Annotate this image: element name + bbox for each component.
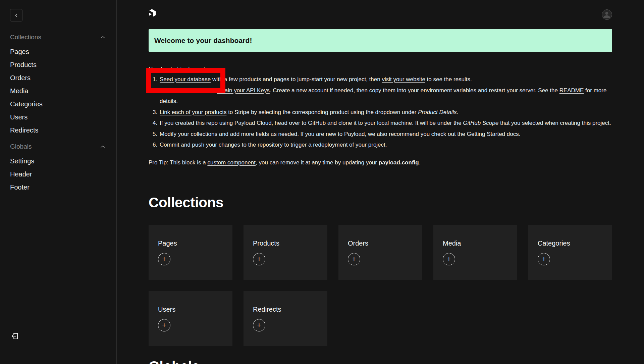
- sidebar-item-categories[interactable]: Categories: [10, 101, 105, 107]
- step-text: that you selected when creating this pro…: [498, 120, 611, 126]
- collections-cards: Pages + Products + Orders + Media + Cate…: [149, 225, 612, 346]
- card-label: Pages: [158, 240, 223, 247]
- welcome-banner-text: Welcome to your dashboard!: [154, 37, 252, 45]
- sidebar-item-products[interactable]: Products: [10, 61, 105, 68]
- step-text: Modify your: [160, 131, 191, 137]
- step-text: to see the results.: [425, 76, 472, 83]
- sidebar-item-users[interactable]: Users: [10, 114, 105, 120]
- step-5: Modify your collections and add more fie…: [159, 129, 612, 140]
- main-content: Welcome to your dashboard! Here's what t…: [117, 0, 644, 364]
- api-keys-link[interactable]: obtain your API Keys: [217, 87, 270, 94]
- step-text: Head over to Stripe to: [160, 87, 217, 94]
- collections-group-header[interactable]: Collections: [10, 34, 105, 41]
- pro-tip-text: , you can remove it at any time by updat…: [256, 159, 379, 166]
- github-scope-emphasis: GitHub Scope: [463, 120, 498, 126]
- pro-tip: Pro Tip: This block is a custom componen…: [149, 159, 612, 166]
- add-redirects-button[interactable]: +: [253, 319, 265, 331]
- card-orders[interactable]: Orders +: [338, 225, 422, 280]
- add-pages-button[interactable]: +: [158, 253, 170, 265]
- step-text: docs.: [505, 131, 520, 137]
- step-text: to Stripe by selecting the corresponding…: [226, 109, 418, 115]
- account-avatar[interactable]: [602, 9, 612, 20]
- welcome-banner: Welcome to your dashboard!: [149, 29, 612, 52]
- sidebar-item-redirects[interactable]: Redirects: [10, 127, 105, 134]
- step-text: . Create a new account if needed, then c…: [270, 87, 559, 94]
- visit-website-link[interactable]: visit your website: [382, 76, 425, 83]
- pro-tip-text: Pro Tip: This block is a: [149, 159, 207, 166]
- pro-tip-text: .: [419, 159, 421, 166]
- step-4: If you created this repo using Payload C…: [159, 118, 612, 129]
- card-products[interactable]: Products +: [244, 225, 327, 280]
- globals-nav-group: Globals Settings Header Footer: [10, 143, 105, 191]
- sidebar-item-settings[interactable]: Settings: [10, 158, 105, 164]
- logout-icon: [10, 332, 19, 341]
- seed-database-link[interactable]: Seed your database: [160, 76, 211, 83]
- card-label: Users: [158, 306, 223, 313]
- sidebar-item-footer[interactable]: Footer: [10, 184, 105, 191]
- sidebar-collapse-button[interactable]: [10, 9, 22, 21]
- sidebar-nav: Collections Pages Products Orders Media …: [10, 34, 105, 191]
- chevron-left-icon: [14, 13, 18, 17]
- intro-text: Here's what to do next:: [149, 66, 612, 73]
- topbar: [149, 9, 612, 29]
- logout-button[interactable]: [10, 332, 19, 341]
- step-text: with a few products and pages to jump-st…: [211, 76, 382, 83]
- sidebar-item-header[interactable]: Header: [10, 171, 105, 177]
- card-users[interactable]: Users +: [149, 291, 232, 346]
- step-text: as needed. If you are new to Payload, we…: [269, 131, 467, 137]
- readme-link[interactable]: README: [559, 87, 584, 94]
- collections-nav-group: Collections Pages Products Orders Media …: [10, 34, 105, 134]
- sidebar-item-media[interactable]: Media: [10, 88, 105, 94]
- card-media[interactable]: Media +: [433, 225, 517, 280]
- steps-list: Seed your database with a few products a…: [149, 74, 612, 151]
- card-label: Orders: [348, 240, 413, 247]
- sidebar-item-pages[interactable]: Pages: [10, 48, 105, 55]
- collections-group-label: Collections: [10, 34, 41, 41]
- globals-group-header[interactable]: Globals: [10, 143, 105, 150]
- globals-heading: Globals: [149, 358, 612, 364]
- custom-component-link[interactable]: custom component: [207, 159, 256, 166]
- add-categories-button[interactable]: +: [538, 253, 550, 265]
- product-details-emphasis: Product Details: [418, 109, 457, 115]
- payload-logo[interactable]: [149, 9, 156, 18]
- sidebar-item-orders[interactable]: Orders: [10, 74, 105, 81]
- step-6: Commit and push your changes to the repo…: [159, 140, 612, 151]
- step-2: Head over to Stripe to obtain your API K…: [159, 85, 612, 107]
- link-products-link[interactable]: Link each of your products: [160, 109, 226, 115]
- step-3: Link each of your products to Stripe by …: [159, 107, 612, 118]
- add-orders-button[interactable]: +: [348, 253, 360, 265]
- add-users-button[interactable]: +: [158, 319, 170, 331]
- user-icon: [602, 10, 611, 19]
- card-label: Categories: [538, 240, 603, 247]
- step-text: and add more: [217, 131, 256, 137]
- step-text: If you created this repo using Payload C…: [160, 120, 463, 126]
- collections-link[interactable]: collections: [191, 131, 217, 137]
- add-media-button[interactable]: +: [443, 253, 455, 265]
- fields-link[interactable]: fields: [256, 131, 269, 137]
- payload-config-emphasis: payload.config: [379, 159, 419, 166]
- add-products-button[interactable]: +: [253, 253, 265, 265]
- card-redirects[interactable]: Redirects +: [244, 291, 327, 346]
- step-text: .: [457, 109, 459, 115]
- globals-group-label: Globals: [10, 143, 32, 150]
- step-1: Seed your database with a few products a…: [159, 74, 612, 85]
- step-text: Commit and push your changes to the repo…: [160, 142, 387, 148]
- card-label: Products: [253, 240, 318, 247]
- chevron-up-icon: [101, 36, 105, 39]
- card-pages[interactable]: Pages +: [149, 225, 232, 280]
- getting-started-link[interactable]: Getting Started: [467, 131, 505, 137]
- card-label: Redirects: [253, 306, 318, 313]
- collections-heading: Collections: [149, 195, 612, 211]
- sidebar: Collections Pages Products Orders Media …: [0, 0, 117, 364]
- chevron-up-icon: [101, 145, 105, 148]
- card-categories[interactable]: Categories +: [528, 225, 612, 280]
- card-label: Media: [443, 240, 508, 247]
